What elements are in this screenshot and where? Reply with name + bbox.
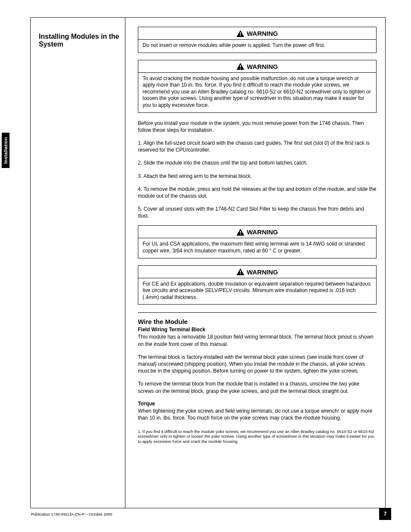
- warning-icon: [237, 229, 244, 236]
- svg-rect-5: [240, 233, 241, 234]
- warning-header: WARNING: [138, 226, 376, 238]
- warning-icon: [237, 63, 244, 70]
- warning-label: WARNING: [247, 30, 278, 37]
- warning-body: For UL and CSA applications, the maximum…: [138, 238, 376, 258]
- svg-rect-6: [240, 271, 241, 273]
- column-divider: [125, 17, 125, 508]
- paragraph: This module has a removable 18 position …: [138, 333, 377, 347]
- publication-id: Publication 1746-IN013A-EN-P – October 2…: [31, 512, 112, 516]
- step-4: 4. To remove the module, press and hold …: [138, 186, 377, 199]
- svg-rect-7: [240, 274, 241, 274]
- warning-box-4: WARNING For CE and Ex applications, doub…: [138, 265, 377, 305]
- horizontal-rule: [138, 312, 377, 313]
- warning-header: WARNING: [138, 27, 376, 40]
- warning-icon: [237, 268, 244, 275]
- warning-header: WARNING: [138, 266, 376, 278]
- svg-rect-4: [240, 231, 241, 233]
- warning-box-1: WARNING Do not insert or remove modules …: [138, 27, 377, 53]
- side-tab-label: Installation: [2, 133, 9, 168]
- paragraph: When tightening the yoke screws and fiel…: [138, 408, 377, 421]
- warning-box-2: WARNING To avoid cracking the module hou…: [138, 60, 377, 113]
- subsection-heading-2: Field Wiring Terminal Block: [138, 327, 377, 333]
- svg-rect-0: [240, 32, 241, 34]
- paragraph: The terminal block is factory-installed …: [138, 354, 377, 375]
- subsection-heading-1: Wire the Module: [138, 318, 377, 325]
- svg-rect-3: [240, 68, 241, 69]
- content-column: WARNING Do not insert or remove modules …: [138, 27, 377, 444]
- step-5: 5. Cover all unused slots with the 1746-…: [138, 205, 377, 219]
- warning-icon: [237, 30, 244, 37]
- warning-body: For CE and Ex applications, double insul…: [138, 278, 376, 305]
- warning-label: WARNING: [247, 63, 278, 70]
- svg-rect-1: [240, 35, 241, 36]
- warning-box-3: WARNING For UL and CSA applications, the…: [138, 225, 377, 258]
- warning-label: WARNING: [247, 228, 278, 236]
- step-1: 1. Align the full-sized circuit board wi…: [138, 140, 377, 153]
- subsection-heading-torque: Torque: [138, 401, 377, 407]
- warning-header: WARNING: [138, 60, 376, 73]
- svg-rect-2: [240, 65, 241, 67]
- paragraph: To remove the terminal block from the mo…: [138, 380, 377, 394]
- footnote: 1. If you find it difficult to reach the…: [138, 429, 377, 444]
- section-title: Installing Modules in the System: [39, 33, 123, 49]
- step-2: 2. Slide the module into the chassis unt…: [138, 159, 377, 166]
- page-number: 7: [379, 508, 391, 520]
- warning-body: To avoid cracking the module housing and…: [138, 73, 376, 112]
- step-3: 3. Attach the field wiring arm to the te…: [138, 173, 377, 180]
- warning-label: WARNING: [247, 268, 278, 276]
- paragraph-intro: Before you install your module in the sy…: [138, 120, 377, 134]
- warning-body: Do not insert or remove modules while po…: [138, 40, 376, 53]
